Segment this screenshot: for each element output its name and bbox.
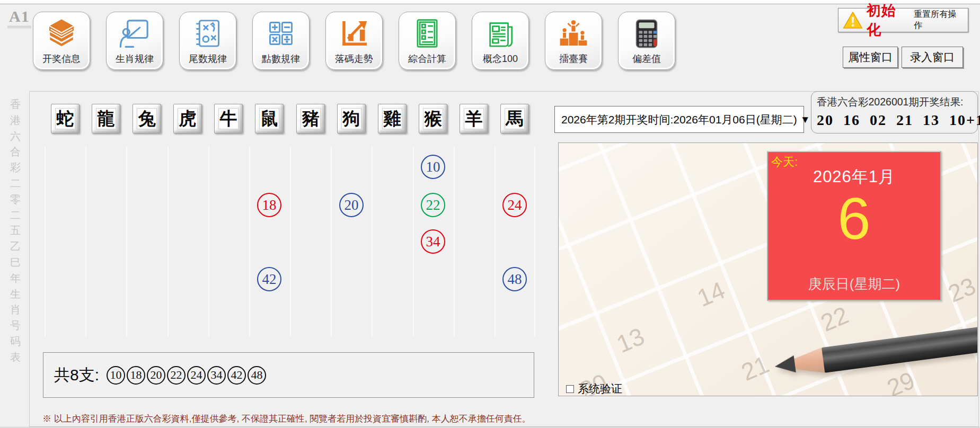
initialize-button[interactable]: 初始化 重置所有操作 [838, 8, 968, 32]
calendar-day: 6 [768, 189, 940, 248]
summary-number: 42 [227, 366, 246, 385]
disclaimer-text: ※ 以上內容引用香港正版六合彩資料,僅提供參考, 不保證其正確性, 閱覽者若用於… [42, 413, 531, 425]
toolbar-button-label: 偏差值 [632, 52, 661, 65]
bottom-divider [0, 427, 980, 427]
calendar-panel: 13 14 21 22 20 29 23 今天: 2026年1月 6 庚辰日(星… [558, 142, 978, 396]
toolbar-button-label: 尾数规律 [189, 52, 227, 65]
grid-column-line [249, 147, 250, 336]
zodiac-tab-label: 豬 [301, 108, 321, 129]
chevron-down-icon[interactable]: ▼ [800, 114, 810, 126]
summary-number: 22 [167, 366, 186, 385]
grid-number: 20 [339, 193, 364, 217]
summary-number: 18 [127, 366, 145, 385]
grid-column-line [534, 147, 535, 336]
initialize-label: 初始化 [867, 1, 910, 39]
zodiac-tab-goat[interactable]: 羊 [460, 104, 488, 133]
grid-column-line [413, 147, 414, 336]
zodiac-tab-rooster[interactable]: 雞 [378, 104, 407, 133]
summary-label: 共8支: [54, 364, 99, 386]
system-verify-label: 系统验证 [578, 381, 622, 396]
grid-number: 22 [421, 193, 445, 217]
grid-number: 24 [502, 193, 527, 217]
calendar-month: 2026年1月 [768, 166, 940, 188]
toolbar-button-zodiac-rule[interactable]: 生肖规律 [106, 12, 163, 70]
toolbar-button-concept100[interactable]: 概念100 [472, 12, 529, 70]
result-title: 香港六合彩2026001期开奖结果: [817, 95, 972, 109]
zodiac-tab-pig[interactable]: 豬 [296, 104, 325, 133]
toolbar-button-label: 綜合計算 [408, 52, 446, 65]
toolbar-button-point-rule[interactable]: 點數規律 [252, 12, 310, 70]
app-logo: A1 [7, 7, 31, 28]
pencil-image [773, 323, 978, 379]
calendar-bg-number: 23 [943, 271, 978, 308]
calendar-bg-number: 13 [612, 322, 648, 359]
zodiac-tab-label: 蛇 [55, 108, 75, 129]
toolbar-button-composite-calc[interactable]: 綜合計算 [399, 12, 456, 70]
draw-period-select[interactable]: 2026年第2期开奖时间:2026年01月06日(星期二) ▼ [554, 106, 804, 133]
grid-number: 10 [421, 155, 445, 179]
zodiac-tab-label: 羊 [464, 108, 484, 129]
pencil-tip [773, 347, 825, 379]
entry-window-button[interactable]: 录入窗口 [902, 47, 963, 68]
grid-number: 48 [502, 267, 527, 291]
calendar-bg-number: 21 [737, 350, 773, 387]
zodiac-tab-horse[interactable]: 馬 [500, 104, 529, 133]
grid-number: 42 [257, 267, 281, 291]
initialize-sublabel: 重置所有操作 [914, 9, 964, 31]
zodiac-tab-rat[interactable]: 鼠 [255, 104, 284, 133]
toolbar-button-label: 生肖规律 [116, 52, 154, 65]
zodiac-tab-label: 兔 [137, 108, 157, 129]
zodiac-number-grid: 10 18 20 22 24 34 42 48 [45, 147, 535, 336]
toolbar-button-draw-info[interactable]: 开奖信息 [33, 12, 90, 70]
toolbar-button-label: 落碼走勢 [335, 52, 373, 65]
summary-box: 共8支: 10 18 20 22 24 34 42 48 [43, 352, 534, 398]
zodiac-tab-rabbit[interactable]: 兔 [133, 104, 161, 133]
summary-number: 10 [107, 366, 125, 385]
toolbar-button-deviation[interactable]: 偏差值 [618, 12, 675, 70]
zodiac-tab-dog[interactable]: 狗 [337, 104, 366, 133]
zodiac-tab-ox[interactable]: 牛 [214, 104, 243, 133]
calendar-bg-number: 14 [693, 275, 729, 313]
toolbar-button-label: 擂臺賽 [559, 52, 588, 65]
zodiac-tab-label: 猴 [423, 108, 443, 129]
today-date-card: 今天: 2026年1月 6 庚辰日(星期二) [767, 151, 941, 301]
summary-number: 48 [248, 366, 266, 385]
calendar-bg-number: 22 [816, 300, 852, 337]
zodiac-tab-label: 狗 [341, 108, 361, 129]
sidebar-vertical-title: 香港六合彩二零二五乙巳年生肖号码表 [7, 97, 24, 365]
toolbar-button-tail-rule[interactable]: 尾数规律 [179, 12, 236, 70]
system-verify-checkbox-row[interactable]: 系统验证 [566, 381, 622, 396]
grid-column-line [167, 147, 169, 336]
property-window-button[interactable]: 属性窗口 [843, 47, 898, 68]
toolbar-button-label: 點數規律 [262, 52, 300, 65]
zodiac-tab-label: 馬 [505, 108, 525, 129]
zodiac-tab-tiger[interactable]: 虎 [173, 104, 202, 133]
zodiac-tab-label: 牛 [218, 108, 239, 129]
grid-column-line [85, 147, 86, 336]
toolbar-button-label: 开奖信息 [42, 52, 81, 65]
toolbar-button-arena[interactable]: 擂臺賽 [545, 12, 602, 70]
zodiac-tab-monkey[interactable]: 猴 [419, 104, 447, 133]
summary-number: 20 [147, 366, 165, 385]
grid-column-line [290, 147, 291, 336]
system-verify-checkbox[interactable] [566, 385, 574, 393]
zodiac-tab-snake[interactable]: 蛇 [51, 104, 80, 133]
grid-column-line [454, 147, 455, 336]
toolbar-button-trend[interactable]: 落碼走勢 [325, 12, 383, 70]
grid-column-line [495, 147, 496, 336]
grid-number: 18 [257, 193, 281, 217]
grid-column-line [372, 147, 373, 336]
zodiac-tab-dragon[interactable]: 龍 [92, 104, 120, 133]
zodiac-tab-label: 龍 [96, 108, 116, 129]
grid-column-line [208, 147, 209, 336]
grid-number: 34 [421, 229, 445, 254]
latest-result-panel: 香港六合彩2026001期开奖结果: 20 16 02 21 13 10+14 [811, 91, 978, 133]
result-numbers: 20 16 02 21 13 10+14 [817, 112, 972, 129]
pencil-body [822, 323, 978, 372]
summary-number: 34 [207, 366, 226, 385]
zodiac-tab-label: 虎 [178, 108, 198, 129]
toolbar-button-label: 概念100 [483, 52, 518, 65]
grid-column-line [331, 147, 332, 336]
warning-icon [843, 11, 863, 29]
window-top-strip [0, 0, 980, 4]
